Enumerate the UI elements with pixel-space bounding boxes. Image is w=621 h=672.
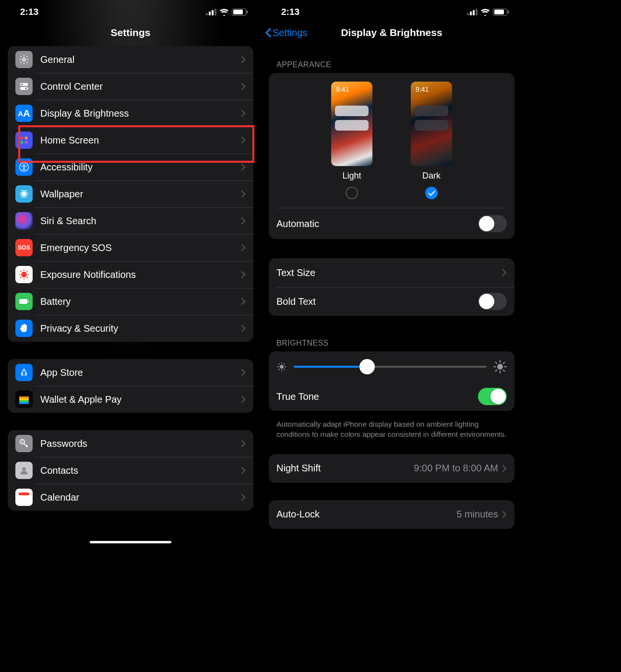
chevron-left-icon xyxy=(265,27,272,38)
brightness-header: BRIGHTNESS xyxy=(269,324,514,351)
brightness-fill xyxy=(294,366,367,368)
svg-rect-24 xyxy=(19,299,27,304)
row-exposure[interactable]: Exposure Notifications xyxy=(8,261,253,288)
svg-line-49 xyxy=(496,370,497,372)
key-icon xyxy=(15,435,33,452)
automatic-toggle[interactable] xyxy=(478,215,507,232)
svg-rect-28 xyxy=(19,400,29,402)
calendar-icon xyxy=(15,489,33,506)
chevron-right-icon xyxy=(241,109,246,117)
svg-point-10 xyxy=(23,164,24,166)
svg-rect-33 xyxy=(19,492,29,495)
row-accessibility[interactable]: Accessibility xyxy=(8,154,253,180)
theme-light[interactable]: 9:41 Light xyxy=(331,82,372,199)
row-privacy[interactable]: Privacy & Security xyxy=(8,315,253,342)
text-size-label: Text Size xyxy=(276,267,502,278)
row-label: Wallet & Apple Pay xyxy=(40,394,241,405)
chevron-right-icon xyxy=(241,396,246,403)
svg-line-42 xyxy=(284,363,285,364)
svg-point-18 xyxy=(19,274,21,276)
row-wallet[interactable]: Wallet & Apple Pay xyxy=(8,386,253,413)
toggle-icon xyxy=(15,78,33,95)
row-label: General xyxy=(40,54,241,65)
brightness-slider[interactable] xyxy=(294,366,487,368)
chevron-right-icon xyxy=(241,298,246,305)
true-tone-toggle[interactable] xyxy=(478,388,507,405)
chevron-right-icon xyxy=(241,217,246,225)
svg-rect-7 xyxy=(21,141,24,144)
svg-point-22 xyxy=(20,277,22,278)
chevron-right-icon xyxy=(502,465,507,472)
row-wallpaper[interactable]: Wallpaper xyxy=(8,180,253,207)
svg-point-32 xyxy=(22,468,25,471)
auto-lock-group: Auto-Lock 5 minutes xyxy=(269,500,514,529)
row-general[interactable]: General xyxy=(8,46,253,73)
theme-dark[interactable]: 9:41 Dark xyxy=(411,82,452,199)
chevron-right-icon xyxy=(241,369,246,376)
status-time: 2:13 xyxy=(281,7,299,17)
cellular-icon xyxy=(467,9,478,15)
row-passwords[interactable]: Passwords xyxy=(8,430,253,457)
nav-header: Settings xyxy=(0,19,261,46)
row-calendar[interactable]: Calendar xyxy=(8,484,253,511)
grid-icon xyxy=(15,132,33,149)
row-siri[interactable]: Siri & Search xyxy=(8,207,253,234)
row-auto-lock[interactable]: Auto-Lock 5 minutes xyxy=(269,500,514,529)
status-bar: 2:13 xyxy=(0,0,261,19)
svg-point-31 xyxy=(22,441,23,443)
brightness-thumb[interactable] xyxy=(359,359,375,374)
app-store-icon xyxy=(15,364,33,381)
row-night-shift[interactable]: Night Shift 9:00 PM to 8:00 AM xyxy=(269,454,514,483)
night-shift-label: Night Shift xyxy=(276,463,414,474)
row-control-center[interactable]: Control Center xyxy=(8,73,253,100)
row-display-brightness[interactable]: AA Display & Brightness xyxy=(8,100,253,127)
chevron-right-icon xyxy=(241,163,246,171)
nav-header: Settings Display & Brightness xyxy=(261,19,522,46)
row-label: Exposure Notifications xyxy=(40,269,241,280)
wifi-icon xyxy=(219,9,229,16)
row-app-store[interactable]: App Store xyxy=(8,359,253,386)
theme-dark-preview: 9:41 xyxy=(411,82,452,166)
settings-group-3: Passwords Contacts Calendar xyxy=(8,430,253,511)
settings-group-2: App Store Wallet & Apple Pay xyxy=(8,359,253,413)
row-battery[interactable]: Battery xyxy=(8,288,253,315)
theme-light-label: Light xyxy=(331,171,372,181)
status-icons xyxy=(206,9,248,16)
chevron-right-icon xyxy=(241,56,246,63)
svg-point-23 xyxy=(26,271,28,272)
status-bar: 2:13 xyxy=(261,0,522,19)
theme-light-radio[interactable] xyxy=(346,187,358,199)
svg-line-40 xyxy=(284,369,285,370)
chevron-right-icon xyxy=(241,244,246,252)
svg-line-48 xyxy=(503,370,505,372)
chevron-right-icon xyxy=(502,269,507,276)
row-home-screen[interactable]: Home Screen xyxy=(8,127,253,154)
svg-point-15 xyxy=(21,272,27,277)
flower-icon xyxy=(15,185,33,203)
text-group: Text Size Bold Text xyxy=(269,258,514,316)
battery-icon xyxy=(493,9,509,16)
bold-text-toggle[interactable] xyxy=(478,293,507,310)
row-emergency-sos[interactable]: SOS Emergency SOS xyxy=(8,234,253,261)
settings-screen: 2:13 Settings General Control Center AA xyxy=(0,0,261,547)
row-true-tone: True Tone xyxy=(269,382,514,411)
back-button[interactable]: Settings xyxy=(265,27,307,38)
row-text-size[interactable]: Text Size xyxy=(269,258,514,287)
auto-lock-value: 5 minutes xyxy=(456,509,498,520)
theme-dark-radio[interactable] xyxy=(425,187,438,199)
sun-small-icon xyxy=(276,361,287,372)
row-label: Battery xyxy=(40,296,241,307)
row-label: Siri & Search xyxy=(40,216,241,227)
svg-line-47 xyxy=(496,362,497,364)
chevron-right-icon xyxy=(241,83,246,90)
hand-icon xyxy=(15,320,33,337)
chevron-right-icon xyxy=(241,136,246,144)
page-title: Settings xyxy=(111,27,151,38)
brightness-slider-row xyxy=(269,351,514,382)
sun-large-icon xyxy=(493,360,507,373)
status-time: 2:13 xyxy=(20,7,38,17)
svg-line-50 xyxy=(503,362,505,364)
accessibility-icon xyxy=(15,158,33,176)
row-contacts[interactable]: Contacts xyxy=(8,457,253,484)
home-indicator[interactable] xyxy=(90,541,171,543)
